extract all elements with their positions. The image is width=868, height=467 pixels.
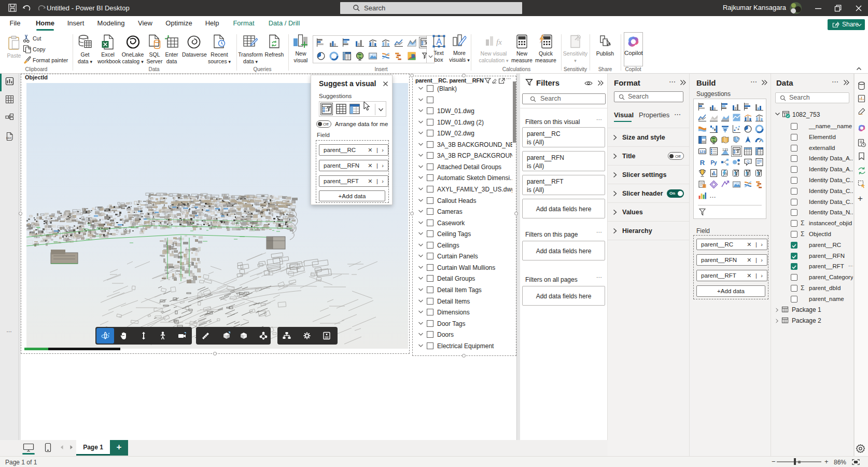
svg-text:123: 123	[699, 149, 706, 153]
svg-text:R: R	[700, 159, 705, 167]
svg-text:Py: Py	[710, 160, 717, 166]
svg-text:A: A	[436, 37, 442, 46]
svg-text:Q: Q	[747, 160, 750, 164]
svg-text:123: 123	[722, 148, 728, 152]
svg-text:23: 23	[724, 172, 727, 175]
svg-text:fx: fx	[496, 38, 502, 46]
svg-text:DAX: DAX	[6, 136, 12, 140]
